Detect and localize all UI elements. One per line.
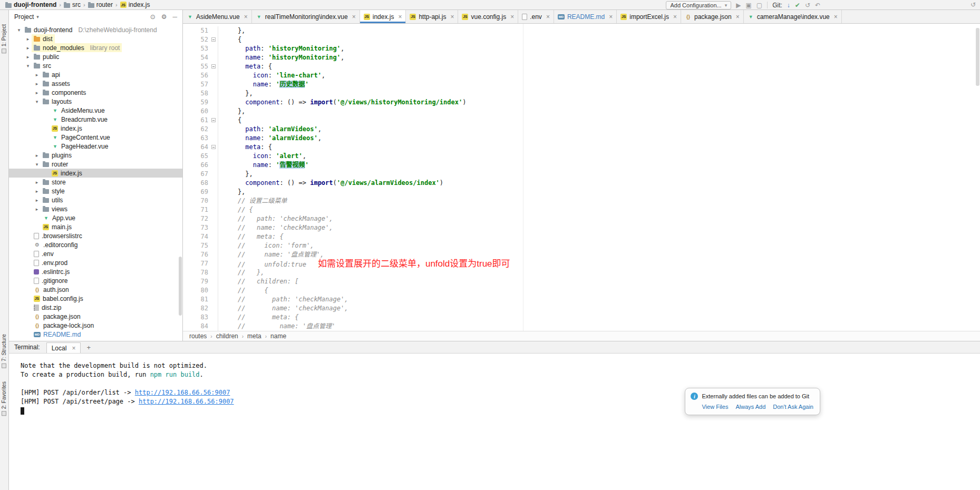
tree-item-pageheader-vue[interactable]: ▼PageHeader.vue [9,142,182,151]
line-number[interactable]: 59 [183,98,210,107]
tree-item-browserslistrc[interactable]: .browserslistrc [9,231,182,240]
expand-arrow-icon[interactable]: ▸ [33,81,41,86]
tree-item-index-js[interactable]: JSindex.js [9,169,182,178]
terminal-tab-local[interactable]: Local × [46,342,81,353]
close-icon[interactable]: × [609,13,613,21]
line-number[interactable]: 84 [183,322,210,331]
code-line-53[interactable]: 53 path: 'historyMonitoring', [183,44,980,53]
code-editor[interactable]: 51 },52 {53 path: 'historyMonitoring',54… [183,24,980,331]
code-line-71[interactable]: 71 // { [183,205,980,214]
terminal-output[interactable]: Note that the development build is not o… [9,354,980,490]
debug-icon[interactable]: ▣ [745,2,751,8]
editor-tab-importexcel-js[interactable]: JSimportExcel.js× [617,10,681,23]
tree-item-plugins[interactable]: ▸plugins [9,151,182,160]
code-line-70[interactable]: 70 // 设置二级菜单 [183,197,980,205]
code-breadcrumb-meta[interactable]: meta [247,332,261,340]
new-terminal-button[interactable]: + [84,344,93,351]
code-line-64[interactable]: 64 meta: { [183,143,980,152]
code-line-56[interactable]: 56 icon: 'line-chart', [183,71,980,80]
code-line-76[interactable]: 76 // name: '盘点管理', [183,250,980,259]
breadcrumb-item-duoji-frontend[interactable]: duoji-frontend [4,1,57,8]
sync-icon[interactable]: ↺ [971,1,976,8]
expand-arrow-icon[interactable]: ▸ [24,36,32,42]
tree-item-env-prod[interactable]: .env.prod [9,258,182,267]
code-line-52[interactable]: 52 { [183,35,980,44]
line-number[interactable]: 73 [183,223,210,232]
code-line-67[interactable]: 67 }, [183,170,980,179]
code-line-66[interactable]: 66 name: '告警视频' [183,161,980,170]
code-line-82[interactable]: 82 // name: 'checkManage', [183,304,980,313]
expand-arrow-icon[interactable]: ▸ [33,198,41,203]
expand-arrow-icon[interactable]: ▸ [33,72,41,77]
tree-item-api[interactable]: ▸api [9,70,182,79]
code-breadcrumb-children[interactable]: children [216,332,238,340]
code-line-74[interactable]: 74 // meta: { [183,232,980,241]
toolwindow-favorites-button[interactable]: 2: Favorites [1,380,7,417]
expand-arrow-icon[interactable]: ▸ [33,90,41,95]
line-number[interactable]: 66 [183,161,210,170]
line-number[interactable]: 78 [183,268,210,277]
editor-tab-vue-config-js[interactable]: JSvue.config.js× [458,10,518,23]
line-number[interactable]: 60 [183,107,210,116]
close-icon[interactable]: × [398,13,402,21]
code-line-72[interactable]: 72 // path: 'checkManage', [183,214,980,223]
editor-tab-index-js[interactable]: JSindex.js× [360,10,406,23]
toolwindow-structure-button[interactable]: 7: Structure [1,332,7,370]
line-number[interactable]: 55 [183,62,210,71]
code-line-51[interactable]: 51 }, [183,26,980,35]
line-number[interactable]: 69 [183,188,210,197]
close-icon[interactable]: × [736,13,740,21]
expand-arrow-icon[interactable]: ▸ [24,54,32,60]
expand-arrow-icon[interactable]: ▾ [33,162,41,167]
code-line-68[interactable]: 68 component: () => import('@/views/alar… [183,179,980,188]
line-number[interactable]: 70 [183,197,210,205]
editor-tab-http-api-js[interactable]: JShttp-api.js× [406,10,458,23]
close-icon[interactable]: × [72,345,75,352]
scrollbar-thumb[interactable] [179,257,182,316]
code-line-59[interactable]: 59 component: () => import('@/views/hist… [183,98,980,107]
hide-panel-icon[interactable]: ─ [172,13,177,21]
line-number[interactable]: 64 [183,143,210,152]
tree-item-env[interactable]: .env [9,249,182,258]
code-line-84[interactable]: 84 // name: '盘点管理' [183,322,980,331]
line-number[interactable]: 51 [183,26,210,35]
line-number[interactable]: 52 [183,35,210,44]
line-number[interactable]: 57 [183,80,210,89]
line-number[interactable]: 80 [183,286,210,295]
code-line-73[interactable]: 73 // name: 'checkManage', [183,223,980,232]
tree-item-readme-md[interactable]: MDREADME.md [9,330,182,339]
editor-tab-package-json[interactable]: {}package.json× [681,10,744,23]
breadcrumb-item-router[interactable]: router [87,1,114,8]
tree-item-dist-zip[interactable]: dist.zip [9,303,182,312]
code-line-62[interactable]: 62 path: 'alarmVideos', [183,125,980,134]
expand-arrow-icon[interactable]: ▸ [33,189,41,194]
tree-item-gitignore[interactable]: .gitignore [9,276,182,285]
line-number[interactable]: 67 [183,170,210,179]
close-icon[interactable]: × [244,13,248,21]
tree-item-main-js[interactable]: JSmain.js [9,222,182,231]
notification-action-always-add[interactable]: Always Add [735,404,765,410]
expand-arrow-icon[interactable]: ▸ [33,153,41,158]
code-line-80[interactable]: 80 // { [183,286,980,295]
tree-item-package-json[interactable]: {}package.json [9,312,182,321]
project-panel-title[interactable]: Project [14,13,34,21]
terminal-link[interactable]: http://192.168.66.56:9007 [139,398,234,405]
breadcrumb-item-src[interactable]: src [63,1,82,8]
code-line-78[interactable]: 78 // }, [183,268,980,277]
chevron-down-icon[interactable]: ▾ [36,14,39,19]
code-line-61[interactable]: 61 { [183,116,980,125]
line-number[interactable]: 82 [183,304,210,313]
line-number[interactable]: 58 [183,89,210,98]
editor-tab-cameramanage-index-vue[interactable]: ▼cameraManage\index.vue× [744,10,842,23]
editor-tab-readme-md[interactable]: MDREADME.md× [554,10,617,23]
tree-item-editorconfig[interactable]: ⚙.editorconfig [9,240,182,249]
line-number[interactable]: 71 [183,205,210,214]
expand-arrow-icon[interactable]: ▾ [24,63,32,68]
tree-item-duoji-frontend[interactable]: ▾duoji-frontendD:\zheheWeb\duoji-fronten… [9,25,182,34]
tree-item-package-lock-json[interactable]: {}package-lock.json [9,321,182,330]
fold-marker-icon[interactable] [211,37,216,42]
terminal-link[interactable]: http://192.168.66.56:9007 [135,389,230,396]
tree-item-eslintrc-js[interactable]: .eslintrc.js [9,267,182,276]
run-icon[interactable]: ▶ [736,2,741,8]
notification-action-view-files[interactable]: View Files [702,404,728,410]
